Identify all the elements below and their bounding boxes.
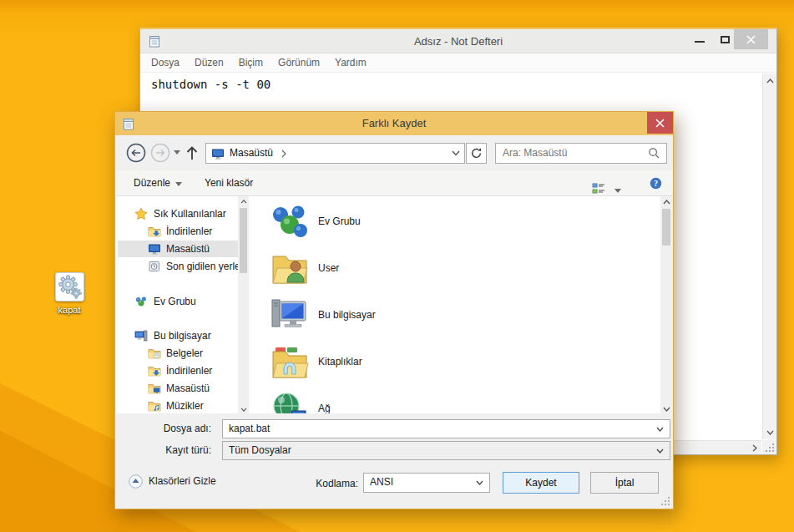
file-name-label: Dosya adı: xyxy=(116,419,211,438)
resize-grip[interactable] xyxy=(668,504,670,505)
save-type-label: Kayıt türü: xyxy=(116,441,211,460)
recent-locations-dropdown-icon[interactable] xyxy=(174,150,182,155)
star-icon xyxy=(134,207,148,220)
address-dropdown-icon[interactable] xyxy=(452,150,460,156)
sidebar-item-documents[interactable]: Belgeler xyxy=(118,345,238,362)
chevron-down-icon xyxy=(175,177,182,189)
chevron-down-icon[interactable] xyxy=(656,427,664,432)
chevron-down-icon[interactable] xyxy=(656,448,664,453)
downloads-folder-icon xyxy=(148,225,161,238)
refresh-button[interactable] xyxy=(466,143,487,164)
file-item-user[interactable]: User xyxy=(258,247,650,291)
scroll-down-icon[interactable] xyxy=(763,425,777,439)
scroll-up-icon[interactable] xyxy=(763,73,777,88)
sidebar-item-downloads[interactable]: İndirilenler xyxy=(118,362,238,379)
desktop-icon xyxy=(148,242,161,256)
menu-bicim[interactable]: Biçim xyxy=(231,57,271,68)
collapse-arrow-icon xyxy=(129,474,143,489)
address-bar[interactable]: Masaüstü xyxy=(205,143,465,164)
computer-icon xyxy=(270,296,310,336)
sidebar-item-desktop-folder[interactable]: Masaüstü xyxy=(118,380,238,397)
homegroup-icon xyxy=(134,295,148,308)
notepad-text: shutdown -s -t 00 xyxy=(141,73,761,91)
file-label: Kitaplıklar xyxy=(318,356,362,367)
up-button[interactable] xyxy=(185,144,205,165)
recent-places-icon xyxy=(148,260,161,273)
search-icon[interactable] xyxy=(648,147,660,160)
menu-gorunum[interactable]: Görünüm xyxy=(271,57,327,68)
file-item-libraries[interactable]: Kitaplıklar xyxy=(258,341,650,384)
file-name-input[interactable]: kapat.bat xyxy=(222,419,670,438)
forward-button[interactable] xyxy=(150,143,170,163)
sidebar-item-downloads[interactable]: İndirilenler xyxy=(118,223,238,240)
close-button[interactable] xyxy=(734,29,768,49)
breadcrumb-chevron-icon[interactable] xyxy=(281,149,286,158)
breadcrumb-item[interactable]: Masaüstü xyxy=(230,147,273,159)
dialog-footer: Dosya adı: kapat.bat Kayıt türü: Tüm Dos… xyxy=(116,413,672,508)
sidebar-item-favorites[interactable]: Sık Kullanılanlar xyxy=(118,205,238,222)
save-as-dialog: Farklı Kaydet xyxy=(114,111,674,509)
search-box[interactable]: Ara: Masaüstü xyxy=(495,143,667,164)
resize-grip[interactable] xyxy=(762,440,776,454)
scroll-right-icon[interactable] xyxy=(747,441,761,455)
refresh-icon xyxy=(470,147,483,160)
chevron-down-icon xyxy=(614,184,621,195)
notepad-menubar: Dosya Düzen Biçim Görünüm Yardım xyxy=(140,53,776,73)
dialog-titlebar[interactable]: Farklı Kaydet xyxy=(115,112,673,135)
save-button[interactable]: Kaydet xyxy=(503,472,579,494)
vertical-scrollbar[interactable] xyxy=(762,73,776,439)
back-button[interactable] xyxy=(126,143,146,163)
homegroup-icon xyxy=(270,202,310,242)
svg-text:?: ? xyxy=(654,179,658,188)
sidebar-item-desktop[interactable]: Masaüstü xyxy=(118,241,238,257)
scrollbar-thumb[interactable] xyxy=(240,208,247,273)
save-type-dropdown[interactable]: Tüm Dosyalar xyxy=(222,441,670,460)
user-folder-icon xyxy=(270,249,310,289)
chevron-down-icon[interactable] xyxy=(476,480,483,485)
organize-menu-button[interactable]: Düzenle xyxy=(134,170,182,196)
sidebar-item-homegroup[interactable]: Ev Grubu xyxy=(118,293,238,310)
music-folder-icon xyxy=(148,399,161,413)
search-placeholder: Ara: Masaüstü xyxy=(503,147,567,159)
file-item-network[interactable]: Ağ xyxy=(258,388,650,414)
sidebar-item-music[interactable]: Müzikler xyxy=(118,398,238,414)
sidebar-scrollbar[interactable] xyxy=(238,196,249,414)
new-folder-button[interactable]: Yeni klasör xyxy=(205,170,253,196)
maximize-button[interactable] xyxy=(721,36,730,43)
minimize-button[interactable] xyxy=(695,41,705,43)
file-item-this-pc[interactable]: Bu bilgisayar xyxy=(258,294,650,337)
desktop-shortcut-kapat[interactable]: kapat xyxy=(47,272,92,315)
file-label: Ev Grubu xyxy=(318,215,361,227)
notepad-window-title: Adsız - Not Defteri xyxy=(140,35,776,48)
file-label: User xyxy=(318,262,339,274)
scroll-up-icon[interactable] xyxy=(660,196,672,207)
encoding-dropdown[interactable]: ANSI xyxy=(363,473,490,493)
dialog-title: Farklı Kaydet xyxy=(115,117,673,129)
sidebar-item-this-pc[interactable]: Bu bilgisayar xyxy=(118,327,238,344)
desktop-folder-icon xyxy=(148,382,161,395)
encoding-label: Kodlama: xyxy=(275,473,358,494)
network-icon xyxy=(270,389,310,414)
scrollbar-thumb[interactable] xyxy=(662,209,670,246)
hide-folders-button[interactable]: Klasörleri Gizle xyxy=(129,474,216,489)
menu-dosya[interactable]: Dosya xyxy=(144,57,187,68)
scroll-up-icon[interactable] xyxy=(238,196,249,206)
dialog-close-button[interactable] xyxy=(647,112,673,134)
desktop: kapat Adsız - Not Defteri xyxy=(0,0,794,532)
file-label: Ağ xyxy=(318,403,331,414)
close-icon xyxy=(655,119,665,128)
documents-folder-icon xyxy=(148,347,161,360)
navigation-bar: Masaüstü Ara: Masaüstü xyxy=(115,135,673,170)
desktop-location-icon xyxy=(211,147,225,160)
cancel-button[interactable]: İptal xyxy=(590,472,659,494)
downloads-folder-icon xyxy=(148,364,161,377)
file-item-homegroup[interactable]: Ev Grubu xyxy=(258,200,650,244)
menu-yardim[interactable]: Yardım xyxy=(327,57,374,68)
file-label: Bu bilgisayar xyxy=(318,309,376,321)
menu-duzen[interactable]: Düzen xyxy=(187,57,231,68)
notepad-titlebar[interactable]: Adsız - Not Defteri xyxy=(140,29,776,53)
sidebar-item-recent-places[interactable]: Son gidilen yerler xyxy=(118,258,238,275)
batch-file-icon xyxy=(55,272,84,301)
shortcut-label: kapat xyxy=(47,305,92,315)
file-list-scrollbar[interactable] xyxy=(660,196,672,414)
